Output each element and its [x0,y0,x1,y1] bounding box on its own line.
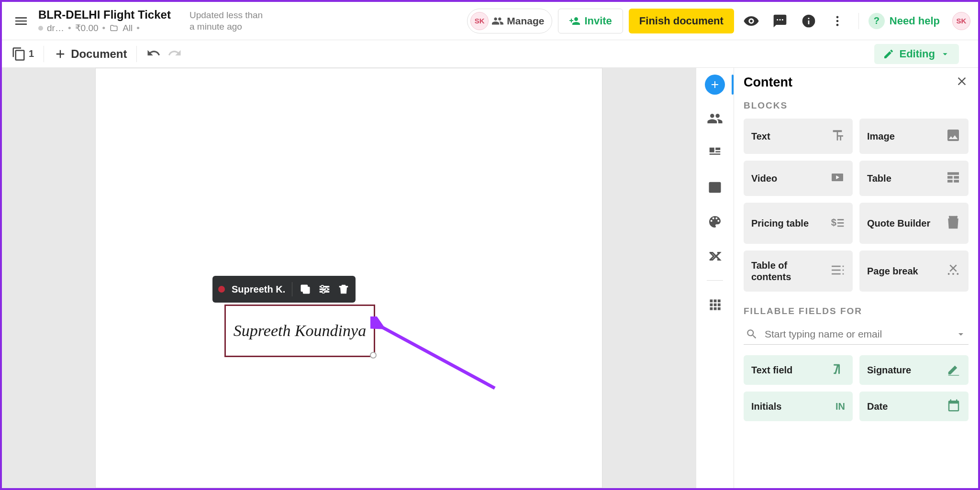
undo-button[interactable] [146,46,161,62]
svg-point-2 [836,23,839,26]
svg-rect-10 [710,300,713,303]
assignee-color-dot-icon [218,286,225,293]
folder-icon [109,24,119,33]
comments-button[interactable] [768,10,791,33]
fillable-fields-grid: Text field Signature InitialsIN Date [744,355,969,421]
variables-tab[interactable] [704,177,725,198]
field-initials[interactable]: InitialsIN [744,392,853,421]
sub-toolbar: 1 Document Editing [2,40,978,68]
main-area: Supreeth K. Supreeth Koundinya Content [2,68,978,488]
assignee-name[interactable]: Supreeth K. [232,284,285,295]
info-button[interactable] [797,10,820,33]
block-table[interactable]: Table [859,161,969,196]
add-document-button[interactable]: Document [54,47,127,61]
brackets-icon [708,180,722,195]
svg-point-6 [325,288,328,290]
more-vertical-icon [831,14,844,28]
document-canvas[interactable]: Supreeth K. Supreeth Koundinya [2,68,696,488]
layout-tab[interactable] [704,142,725,163]
svg-rect-4 [301,285,308,291]
finish-document-button[interactable]: Finish document [629,9,734,33]
video-block-icon [830,170,845,187]
block-video[interactable]: Video [744,161,853,196]
preview-button[interactable] [740,10,763,33]
svg-point-0 [836,16,839,18]
folder-text[interactable]: All [122,23,133,33]
document-info: BLR-DELHI Flight Ticket dr… • ₹0.00 • Al… [38,8,182,33]
svg-point-1 [836,20,839,22]
signature-field[interactable]: Supreeth Koundinya [224,305,375,357]
quote-builder-icon [946,215,961,232]
block-pricing-table[interactable]: Pricing table$ [744,203,853,244]
need-help[interactable]: ? Need help [858,13,940,29]
resize-handle[interactable] [370,352,377,359]
svg-rect-16 [710,307,713,310]
text-block-icon [830,128,845,145]
svg-point-7 [322,291,324,293]
crossing-arrows-icon [708,249,722,263]
panel-title: Content [744,75,792,90]
document-title[interactable]: BLR-DELHI Flight Ticket [38,8,182,22]
svg-rect-17 [714,307,717,310]
avatar: SK [470,12,489,30]
people-icon [707,110,723,127]
layout-icon [708,146,722,160]
hamburger-menu[interactable] [10,10,33,33]
undo-redo [146,46,182,62]
redo-button[interactable] [167,46,182,62]
signature-field-toolbar: Supreeth K. [212,276,356,303]
svg-point-23 [957,273,958,275]
recipient-search-input[interactable] [765,328,948,340]
block-page-break[interactable]: Page break [859,250,969,292]
search-icon [746,328,758,340]
block-image[interactable]: Image [859,119,969,154]
field-signature[interactable]: Signature [859,355,969,385]
field-text[interactable]: Text field [744,355,853,385]
grid-icon [708,298,722,311]
svg-point-5 [321,285,323,288]
recipients-tab[interactable] [704,108,725,129]
svg-rect-9 [710,183,721,192]
block-text[interactable]: Text [744,119,853,154]
text-field-icon [831,362,845,378]
palette-icon [707,214,723,229]
field-settings-button[interactable] [318,283,331,295]
more-menu[interactable] [826,10,849,33]
image-block-icon [946,128,961,145]
table-block-icon [946,170,961,187]
svg-point-21 [948,273,950,275]
plus-icon [54,47,67,61]
pages-button[interactable]: 1 [11,47,34,61]
signature-field-icon [947,362,961,378]
workflow-tab[interactable] [704,246,725,267]
add-person-icon [569,15,580,27]
block-quote-builder[interactable]: Quote Builder [859,203,969,244]
info-icon [801,13,816,29]
status-text: dr… [47,23,64,33]
block-toc[interactable]: Table of contents [744,250,853,292]
initials-field-icon: IN [835,401,845,412]
manage-recipients[interactable]: SK Manage [467,9,552,33]
user-avatar[interactable]: SK [952,12,970,30]
duplicate-field-button[interactable] [299,283,312,295]
blocks-grid: Text Image Video Table Pricing table$ Qu… [744,119,969,292]
apps-tab[interactable] [704,294,725,315]
svg-rect-13 [710,304,713,306]
content-tab[interactable] [705,75,725,95]
delete-field-button[interactable] [337,283,350,295]
close-panel-button[interactable] [955,75,969,90]
invite-button[interactable]: Invite [558,9,623,33]
price-text: ₹0.00 [75,22,99,33]
help-icon: ? [869,13,885,29]
fillable-section-label: FILLABLE FIELDS FOR [744,306,969,316]
pages-icon [11,47,26,61]
redo-icon [167,46,182,60]
chevron-down-icon[interactable] [955,328,967,340]
page-break-icon [946,262,961,280]
design-tab[interactable] [704,211,725,232]
editing-mode-toggle[interactable]: Editing [874,44,959,64]
eye-icon [743,13,759,29]
field-date[interactable]: Date [859,392,969,421]
signature-value: Supreeth Koundinya [234,322,366,340]
recipient-search[interactable] [744,324,969,345]
